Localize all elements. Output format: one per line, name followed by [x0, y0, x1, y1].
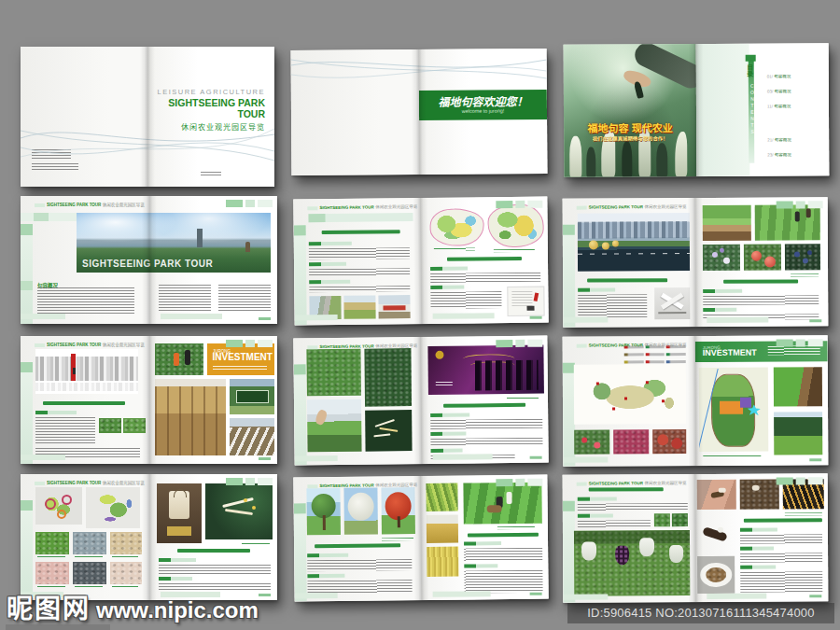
stock-preview-image: LEISURE AGRICULTURE SIGHTSEEING PARK TOU… — [0, 0, 840, 630]
top-band-square — [308, 214, 325, 222]
page-number — [530, 593, 542, 595]
footer-band — [563, 594, 608, 599]
petal — [225, 509, 253, 515]
photo-caption-overlay: SIGHTSEEING PARK TOUR — [82, 259, 213, 269]
section-chip — [35, 411, 77, 414]
header-zh: 休闲农业观光园区导览 — [103, 343, 145, 347]
spread-investment-orange: SIGHTSEEING PARK TOUR休闲农业观光园区导览 — [21, 336, 277, 464]
page-title-placeholder — [177, 549, 250, 553]
photo-orchard-people — [155, 343, 203, 375]
map-plan-west — [429, 208, 483, 246]
strip-square — [563, 501, 575, 511]
chess-piece — [586, 147, 595, 177]
grape-bag — [669, 545, 683, 563]
map-marker — [596, 383, 599, 385]
body-text-placeholder — [578, 503, 688, 511]
skyline-bars — [578, 221, 690, 239]
petal — [375, 419, 395, 427]
root-bloom — [718, 527, 723, 533]
header-box — [35, 203, 45, 207]
person-orange — [174, 353, 179, 366]
gold-seal — [435, 351, 443, 359]
body-text-placeholder — [464, 570, 542, 594]
stamen — [252, 506, 256, 510]
body-text-placeholder — [307, 580, 412, 594]
map-left-page: SIGHTSEEING PARK TOUR休闲农业观光园区导览 — [563, 336, 696, 467]
photo-city-lake-panorama: SIGHTSEEING PARK TOUR — [77, 213, 271, 273]
gold-dome — [612, 241, 619, 247]
grape-cluster — [615, 545, 629, 565]
header-en: SIGHTSEEING PARK TOUR — [319, 483, 373, 488]
block — [258, 340, 273, 347]
photo-flowers — [703, 245, 740, 271]
photo-turf-workers — [755, 204, 820, 240]
block — [226, 478, 243, 485]
map-circle — [57, 510, 66, 519]
corner-blocks — [226, 478, 273, 485]
map-caption-placeholder — [494, 249, 535, 252]
red-bloom — [594, 442, 600, 449]
photo-vegetables — [35, 532, 69, 554]
worker-figure — [805, 208, 810, 217]
photo-pigs — [35, 562, 69, 584]
photo-sculpture — [654, 287, 690, 319]
page-header: SIGHTSEEING PARK TOUR休闲农业观光园区导览 — [307, 341, 421, 352]
peach — [751, 251, 762, 261]
tiny-figure — [73, 368, 76, 374]
section-chip — [159, 577, 192, 581]
footer-band — [433, 454, 493, 460]
section-chip — [578, 513, 613, 517]
photo-turf-rolling — [463, 483, 541, 525]
body-text-placeholder — [307, 559, 412, 571]
left-strip — [563, 225, 576, 328]
corner-blocks — [226, 340, 273, 347]
photo-wine-ad — [427, 345, 544, 395]
block — [527, 340, 542, 347]
section-chip — [740, 547, 774, 551]
block — [808, 201, 823, 208]
red-bloom — [581, 437, 587, 442]
footer-band — [563, 456, 608, 462]
header-en: SIGHTSEEING PARK TOUR — [589, 481, 643, 485]
header-en: SIGHTSEEING PARK TOUR — [47, 343, 101, 347]
map-dots — [35, 487, 82, 525]
photo-peaches — [744, 245, 781, 271]
toc-num: 01/ — [767, 75, 773, 79]
photo-fish-pile — [73, 532, 106, 554]
photo-dried-cluster — [740, 480, 779, 510]
page-header: SIGHTSEEING PARK TOUR休闲农业观光园区导览 — [577, 202, 696, 212]
petal — [222, 497, 254, 508]
gold-dome — [602, 242, 609, 249]
tree-trunk — [397, 516, 399, 527]
toc-label: 句容概况 — [774, 104, 791, 108]
footer-band — [21, 455, 65, 460]
map-marker — [612, 408, 615, 411]
dark-mark — [527, 306, 535, 311]
strip-square — [21, 362, 33, 372]
header-zh: 休闲农业观光园区导览 — [375, 343, 417, 348]
intro-subtitle: 我们在这里真诚期待与您的合作！ — [591, 137, 670, 143]
dock-lights — [578, 253, 690, 255]
flower — [712, 252, 718, 258]
toc-item: 11/ 句容概况 — [767, 95, 814, 112]
block — [777, 477, 793, 484]
chess-piece — [623, 141, 633, 176]
map-caption-placeholder — [703, 455, 761, 458]
gift-inner-box — [167, 526, 191, 536]
body-text-placeholder — [309, 247, 410, 259]
photo-hand-herbs — [697, 480, 736, 510]
strip-square — [21, 281, 33, 290]
welcome-subtitle: welcome to jurong! — [444, 108, 521, 115]
photo-field — [343, 296, 375, 319]
legend-row — [624, 360, 644, 363]
section-chip — [578, 497, 617, 500]
block — [527, 201, 542, 208]
header-zh: 休闲农业观光园区导览 — [645, 481, 687, 485]
photo-rice-stalks — [427, 547, 458, 577]
footer-band — [433, 591, 491, 597]
header-en: SIGHTSEEING PARK TOUR — [589, 343, 643, 347]
caption-placeholder — [382, 538, 413, 540]
header-en: SIGHTSEEING PARK TOUR — [319, 204, 373, 210]
footer-band — [21, 314, 65, 319]
block — [258, 478, 273, 485]
